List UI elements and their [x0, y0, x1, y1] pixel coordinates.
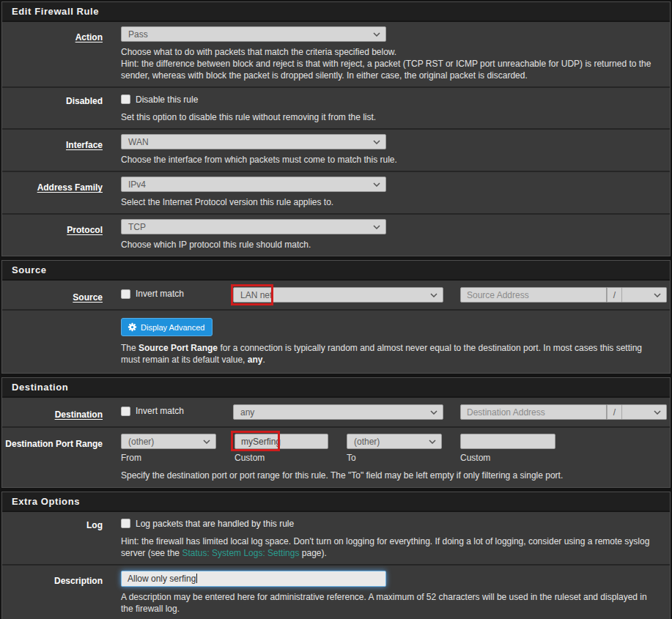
section-title-extra-options: Extra Options — [2, 492, 670, 512]
display-advanced-button[interactable]: Display Advanced — [121, 318, 213, 336]
destination-address-input[interactable] — [460, 404, 607, 420]
address-family-row: Address Family IPv4 Select the Internet … — [2, 172, 670, 215]
port-to-caption: To — [347, 453, 442, 463]
port-from-caption: From — [121, 453, 216, 463]
action-row: Action Pass Choose what to do with packe… — [2, 22, 670, 88]
address-family-select[interactable]: IPv4 — [121, 177, 386, 192]
destination-row: Destination Invert match any / — [2, 398, 670, 428]
checkbox-icon — [121, 94, 130, 104]
disabled-help: Set this option to disable this rule wit… — [121, 111, 661, 123]
mask-separator: / — [607, 404, 621, 420]
action-label: Action — [75, 32, 103, 42]
protocol-label: Protocol — [67, 225, 103, 235]
syslog-settings-link[interactable]: Status: System Logs: Settings — [182, 548, 299, 558]
protocol-select[interactable]: TCP — [121, 219, 386, 234]
interface-help: Choose the interface from which packets … — [121, 154, 661, 166]
destination-port-range-row: Destination Port Range (other) From Cust… — [2, 428, 670, 487]
address-family-label: Address Family — [37, 182, 103, 193]
source-row: Source Invert match LAN net / — [2, 281, 670, 311]
gear-icon — [128, 322, 137, 332]
section-title-source: Source — [2, 261, 670, 281]
protocol-help: Choose which IP protocol this rule shoul… — [121, 239, 661, 251]
protocol-row: Protocol TCP Choose which IP protocol th… — [2, 215, 670, 256]
destination-mask-select[interactable] — [621, 404, 667, 420]
source-type-select[interactable]: LAN net — [233, 287, 443, 303]
source-mask-select[interactable] — [621, 287, 667, 303]
log-row: Log Log packets that are handled by this… — [2, 512, 670, 566]
source-label: Source — [73, 292, 103, 303]
log-checkbox[interactable]: Log packets that are handled by this rul… — [121, 519, 294, 529]
mask-separator: / — [607, 287, 621, 303]
address-family-help: Select the Internet Protocol version thi… — [121, 196, 661, 208]
port-from-custom-caption: Custom — [235, 453, 328, 463]
destination-label: Destination — [55, 409, 103, 420]
source-address-input[interactable] — [460, 287, 607, 303]
description-input[interactable]: Allow only serfing — [121, 571, 386, 587]
chevron-down-icon — [430, 293, 437, 297]
panel-source: Source Source Invert match LAN net — [1, 260, 671, 374]
disabled-label: Disabled — [66, 96, 103, 106]
description-help: A description may be entered here for ad… — [121, 591, 661, 615]
panel-destination: Destination Destination Invert match any… — [1, 377, 671, 488]
port-from-custom-input[interactable] — [235, 434, 328, 449]
invert-match-checkbox[interactable]: Invert match — [121, 406, 184, 416]
port-to-custom-input[interactable] — [460, 434, 555, 449]
text-cursor — [196, 574, 197, 583]
interface-row: Interface WAN Choose the interface from … — [2, 130, 670, 172]
port-from-select[interactable]: (other) — [121, 434, 216, 449]
interface-label: Interface — [66, 140, 103, 150]
action-select[interactable]: Pass — [121, 26, 386, 42]
port-to-select[interactable]: (other) — [347, 434, 442, 449]
disabled-row: Disabled Disable this rule Set this opti… — [2, 88, 670, 130]
log-hint: Hint: the firewall has limited local log… — [121, 535, 661, 559]
panel-extra-options: Extra Options Log Log packets that are h… — [1, 492, 671, 619]
chevron-down-icon — [373, 182, 380, 187]
chevron-down-icon — [430, 410, 437, 415]
disable-rule-checkbox[interactable]: Disable this rule — [121, 94, 198, 105]
checkbox-icon — [121, 289, 130, 299]
panel-edit-firewall-rule: Edit Firewall Rule Action Pass Choose wh… — [1, 1, 671, 256]
source-port-range-help: The Source Port Range for a connection i… — [121, 342, 661, 366]
destination-port-range-label: Destination Port Range — [5, 439, 103, 449]
chevron-down-icon — [203, 440, 210, 444]
action-help-1: Choose what to do with packets that matc… — [121, 46, 661, 58]
chevron-down-icon — [654, 293, 661, 297]
chevron-down-icon — [654, 410, 661, 415]
log-label: Log — [86, 520, 103, 530]
source-advanced-row: Display Advanced The Source Port Range f… — [2, 311, 670, 373]
interface-select[interactable]: WAN — [121, 134, 386, 149]
chevron-down-icon — [373, 32, 380, 37]
chevron-down-icon — [373, 140, 380, 144]
section-title-destination: Destination — [2, 378, 670, 398]
checkbox-icon — [121, 519, 130, 528]
port-to-custom-caption: Custom — [460, 453, 555, 463]
description-row: Description Allow only serfing A descrip… — [2, 566, 670, 619]
chevron-down-icon — [429, 440, 436, 444]
action-help-2: Hint: the difference between block and r… — [121, 58, 661, 81]
checkbox-icon — [121, 407, 130, 416]
port-range-help: Specify the destination port or port ran… — [121, 470, 661, 481]
destination-type-select[interactable]: any — [233, 404, 443, 420]
section-title-edit-firewall-rule: Edit Firewall Rule — [2, 2, 670, 22]
description-label: Description — [54, 576, 103, 586]
chevron-down-icon — [373, 225, 380, 229]
invert-match-checkbox[interactable]: Invert match — [121, 289, 184, 299]
